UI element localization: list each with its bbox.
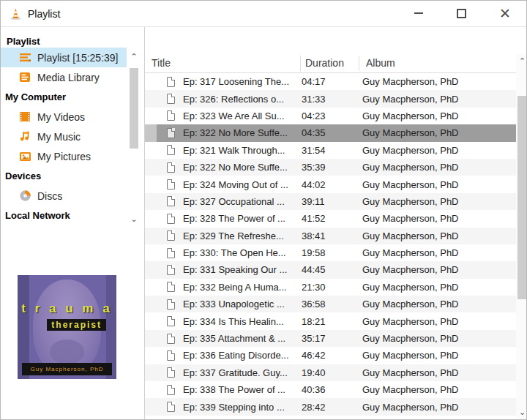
sidebar-list: Playlist [15:25:39] Media Library My Com… bbox=[1, 48, 144, 225]
maximize-button[interactable] bbox=[444, 1, 478, 26]
column-divider bbox=[300, 56, 301, 71]
row-album: Guy Macpherson, PhD bbox=[362, 384, 516, 395]
row-duration: 44:45 bbox=[302, 264, 362, 275]
row-duration: 04:23 bbox=[302, 110, 362, 121]
table-row[interactable]: Ep: 337 Gratitude. Guy... 19:40 Guy Macp… bbox=[145, 364, 516, 381]
table-row[interactable]: Ep: 323 We Are All Su... 04:23 Guy Macph… bbox=[145, 108, 516, 124]
sidebar-item-label: My Music bbox=[37, 131, 81, 143]
album-art-author: Guy Macpherson, PhD bbox=[22, 363, 112, 375]
sidebar-item-media-library[interactable]: Media Library bbox=[1, 67, 144, 87]
row-album: Guy Macpherson, PhD bbox=[362, 94, 516, 105]
table-row[interactable]: Ep: 336 Eating Disorde... 46:42 Guy Macp… bbox=[145, 347, 516, 364]
table-row[interactable]: Ep: 339 Stepping into ... 28:42 Guy Macp… bbox=[145, 398, 516, 415]
file-icon bbox=[167, 162, 175, 173]
file-icon bbox=[167, 316, 175, 326]
column-header-album[interactable]: Album bbox=[366, 57, 395, 69]
table-row[interactable]: Ep: 322 No More Suffe... 04:35 Guy Macph… bbox=[145, 124, 516, 141]
table-row[interactable]: Ep: 327 Occupational ... 39:11 Guy Macph… bbox=[145, 193, 516, 210]
table-row[interactable]: Ep: 330: The Open He... 19:58 Guy Macphe… bbox=[145, 244, 516, 261]
sidebar-item-label: My Pictures bbox=[37, 151, 91, 162]
row-title: Ep: 334 Is This Healin... bbox=[183, 316, 302, 327]
row-album: Guy Macpherson, PhD bbox=[362, 264, 516, 275]
row-duration: 38:41 bbox=[302, 230, 362, 241]
row-title: Ep: 317 Loosening The... bbox=[183, 76, 302, 87]
media-library-icon bbox=[18, 71, 31, 84]
table-row[interactable]: Ep: 329 The Refreshe... 38:41 Guy Macphe… bbox=[145, 228, 516, 244]
sidebar: Playlist [15:25:39] Media Library My Com… bbox=[1, 27, 144, 420]
column-header-duration[interactable]: Duration bbox=[305, 57, 344, 69]
row-title: Ep: 321 Walk Through... bbox=[183, 145, 302, 156]
minimize-icon bbox=[414, 12, 423, 14]
row-duration: 36:58 bbox=[302, 299, 362, 310]
table-row[interactable]: Ep: 340 ... Guy Macpherson, PhD bbox=[145, 416, 516, 420]
row-album: Guy Macpherson, PhD bbox=[362, 230, 516, 241]
sidebar-item-discs[interactable]: Discs bbox=[1, 186, 144, 206]
file-icon bbox=[167, 196, 175, 206]
table-row[interactable]: Ep: 328 The Power of ... 41:52 Guy Macph… bbox=[145, 210, 516, 227]
sidebar-scroll-up-icon[interactable]: ⌃ bbox=[128, 50, 140, 62]
table-row[interactable]: Ep: 321 Walk Through... 31:54 Guy Macphe… bbox=[145, 142, 516, 159]
table-row[interactable]: Ep: 335 Attachment & ... 35:17 Guy Macph… bbox=[145, 330, 516, 347]
table-row[interactable]: Ep: 334 Is This Healin... 18:21 Guy Macp… bbox=[145, 312, 516, 329]
row-title: Ep: 323 We Are All Su... bbox=[183, 110, 302, 121]
row-duration: 18:21 bbox=[302, 316, 362, 327]
sidebar-scrollbar-thumb[interactable] bbox=[130, 68, 138, 149]
row-duration: 35:39 bbox=[302, 162, 362, 173]
row-album: Guy Macpherson, PhD bbox=[362, 282, 516, 293]
sidebar-section-devices: Devices bbox=[1, 166, 144, 186]
scroll-down-icon[interactable]: ⌄ bbox=[516, 406, 527, 418]
file-icon bbox=[167, 214, 175, 224]
sidebar-scroll-down-icon[interactable]: ⌄ bbox=[128, 213, 140, 225]
vlc-cone-icon bbox=[10, 7, 22, 23]
playlist-icon bbox=[18, 51, 31, 64]
table-row[interactable]: Ep: 326: Reflections o... 31:33 Guy Macp… bbox=[145, 90, 516, 107]
file-icon bbox=[167, 179, 175, 190]
row-title: Ep: 327 Occupational ... bbox=[183, 196, 302, 207]
file-icon bbox=[167, 265, 175, 275]
table-row[interactable]: Ep: 333 Unapologetic ... 36:58 Guy Macph… bbox=[145, 296, 516, 312]
row-album: Guy Macpherson, PhD bbox=[362, 179, 516, 190]
table-row[interactable]: Ep: 322 No More Suffe... 35:39 Guy Macph… bbox=[145, 159, 516, 176]
file-icon bbox=[167, 299, 175, 310]
table-body: Ep: 317 Loosening The... 04:17 Guy Macph… bbox=[145, 73, 516, 420]
row-title: Ep: 328 The Power of ... bbox=[183, 213, 302, 224]
row-title: Ep: 324 Moving Out of ... bbox=[183, 179, 302, 190]
maximize-icon bbox=[457, 9, 466, 18]
table-scrollbar-thumb[interactable] bbox=[517, 96, 527, 299]
table-row[interactable]: Ep: 331 Speaking Our ... 44:45 Guy Macph… bbox=[145, 261, 516, 278]
row-duration: 39:11 bbox=[302, 196, 362, 207]
scroll-up-icon[interactable]: ⌃ bbox=[516, 55, 527, 67]
row-title: Ep: 322 No More Suffe... bbox=[183, 127, 302, 138]
row-title: Ep: 331 Speaking Our ... bbox=[183, 264, 302, 275]
row-duration: 44:02 bbox=[302, 179, 362, 190]
row-title: Ep: 336 Eating Disorde... bbox=[183, 350, 302, 361]
sidebar-item-my-music[interactable]: My Music bbox=[1, 127, 144, 146]
sidebar-item-my-pictures[interactable]: My Pictures bbox=[1, 146, 144, 166]
row-album: Guy Macpherson, PhD bbox=[362, 316, 516, 327]
table-row[interactable]: Ep: 332 Being A Huma... 21:30 Guy Macphe… bbox=[145, 279, 516, 296]
row-album: Guy Macpherson, PhD bbox=[362, 247, 516, 258]
table-row[interactable]: Ep: 317 Loosening The... 04:17 Guy Macph… bbox=[145, 73, 516, 90]
row-duration: 04:17 bbox=[302, 76, 362, 87]
sidebar-item-my-videos[interactable]: My Videos bbox=[1, 107, 144, 127]
row-duration: 19:40 bbox=[302, 367, 362, 378]
vlc-playlist-window: Playlist ✕ Playlist Playlist [15:25:39] bbox=[0, 0, 527, 420]
file-icon bbox=[167, 128, 175, 138]
playlist-table: Title Duration Album Ep: 317 Loosening T… bbox=[144, 27, 527, 420]
table-row[interactable]: Ep: 338 The Power of ... 40:36 Guy Macph… bbox=[145, 381, 516, 398]
row-title: Ep: 339 Stepping into ... bbox=[183, 402, 302, 413]
sidebar-item-label: Playlist [15:25:39] bbox=[37, 52, 119, 64]
close-button[interactable]: ✕ bbox=[488, 1, 522, 26]
minimize-button[interactable] bbox=[402, 1, 436, 26]
table-scrollbar[interactable]: ⌃ ⌄ bbox=[516, 53, 527, 420]
close-icon: ✕ bbox=[499, 7, 511, 20]
column-header-title[interactable]: Title bbox=[152, 57, 171, 69]
file-icon bbox=[167, 402, 175, 412]
row-album: Guy Macpherson, PhD bbox=[362, 402, 516, 413]
row-album: Guy Macpherson, PhD bbox=[362, 333, 516, 344]
row-album: Guy Macpherson, PhD bbox=[362, 299, 516, 310]
window-title: Playlist bbox=[28, 8, 60, 20]
row-album: Guy Macpherson, PhD bbox=[362, 76, 516, 87]
table-row[interactable]: Ep: 324 Moving Out of ... 44:02 Guy Macp… bbox=[145, 176, 516, 192]
row-title: Ep: 337 Gratitude. Guy... bbox=[183, 367, 302, 378]
